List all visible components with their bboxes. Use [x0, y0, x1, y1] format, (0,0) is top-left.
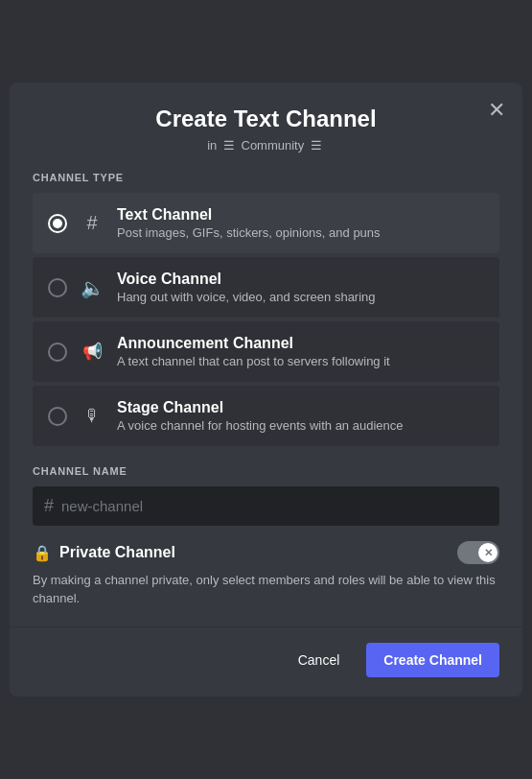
channel-type-label: CHANNEL TYPE: [33, 172, 499, 183]
announcement-channel-desc: A text channel that can post to servers …: [117, 354, 484, 368]
create-channel-modal: ✕ Create Text Channel in ☰ Community ☰ C…: [10, 83, 522, 696]
radio-text-inner: [53, 219, 62, 228]
modal-title: Create Text Channel: [33, 106, 499, 132]
voice-channel-name: Voice Channel: [117, 271, 484, 288]
lock-icon: 🔒: [33, 544, 52, 562]
channel-name-hash: #: [44, 496, 54, 516]
channel-type-announcement[interactable]: 📢 Announcement Channel A text channel th…: [33, 321, 499, 382]
cancel-button[interactable]: Cancel: [283, 643, 356, 677]
create-channel-button[interactable]: Create Channel: [366, 643, 499, 677]
close-button[interactable]: ✕: [486, 98, 507, 123]
radio-voice: [48, 278, 67, 297]
channel-type-stage[interactable]: 🎙 Stage Channel A voice channel for host…: [33, 386, 499, 446]
stage-channel-desc: A voice channel for hosting events with …: [117, 418, 484, 433]
channel-name-section: CHANNEL NAME #: [33, 465, 499, 526]
stage-channel-icon: 🎙: [81, 407, 104, 426]
toggle-knob: ✕: [478, 543, 497, 562]
radio-announcement: [48, 342, 67, 362]
stage-channel-name: Stage Channel: [117, 399, 484, 416]
channel-type-text[interactable]: # Text Channel Post images, GIFs, sticke…: [33, 193, 499, 253]
footer-divider: [10, 626, 522, 627]
announcement-channel-icon: 📢: [81, 342, 104, 362]
voice-channel-icon: 🔈: [81, 276, 104, 299]
text-channel-desc: Post images, GIFs, stickers, opinions, a…: [117, 225, 484, 240]
radio-stage: [48, 407, 67, 426]
channel-type-list: # Text Channel Post images, GIFs, sticke…: [33, 193, 499, 446]
private-channel-row: 🔒 Private Channel ✕: [33, 541, 499, 564]
toggle-x-icon: ✕: [484, 547, 493, 559]
private-channel-toggle[interactable]: ✕: [457, 541, 499, 564]
announcement-channel-name: Announcement Channel: [117, 335, 484, 352]
server-hash-icon: ☰: [223, 138, 235, 153]
channel-name-input-wrap: #: [33, 486, 499, 526]
voice-channel-desc: Hang out with voice, video, and screen s…: [117, 290, 484, 304]
text-channel-name: Text Channel: [117, 206, 484, 224]
channel-name-input[interactable]: [61, 498, 488, 514]
modal-subtitle: in ☰ Community ☰: [33, 138, 499, 153]
private-channel-description: By making a channel private, only select…: [33, 572, 499, 606]
text-channel-icon: #: [81, 212, 104, 234]
channel-name-label: CHANNEL NAME: [33, 465, 499, 477]
footer-actions: Cancel Create Channel: [33, 643, 499, 677]
radio-text: [48, 214, 67, 233]
channel-type-voice[interactable]: 🔈 Voice Channel Hang out with voice, vid…: [33, 257, 499, 318]
server-hash-icon-2: ☰: [311, 138, 322, 153]
private-channel-label: Private Channel: [59, 544, 175, 561]
